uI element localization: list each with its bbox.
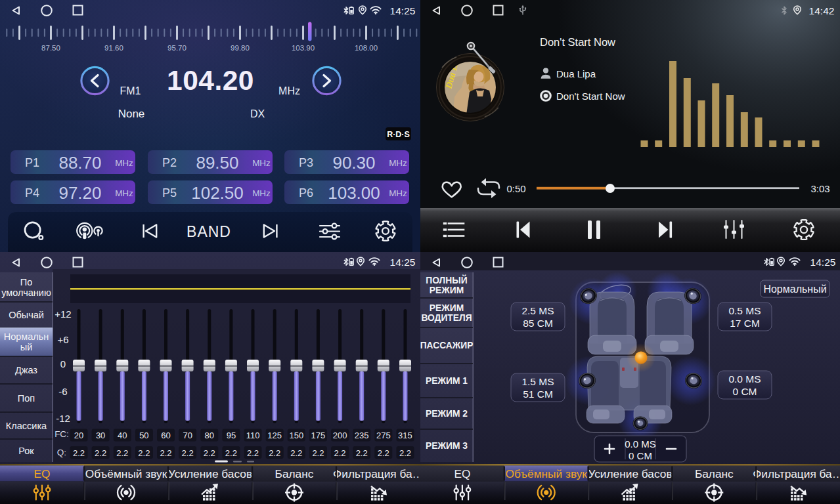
svg-text:0.0 MS: 0.0 MS — [728, 373, 761, 385]
svg-text:MHz: MHz — [115, 188, 133, 198]
svg-text:103.90: 103.90 — [292, 44, 315, 52]
svg-text:0: 0 — [60, 358, 66, 369]
svg-text:РЕЖИМ: РЕЖИМ — [430, 303, 464, 313]
svg-text:MHz: MHz — [389, 158, 407, 168]
svg-text:0.0 MS: 0.0 MS — [625, 438, 656, 450]
svg-text:175: 175 — [311, 430, 326, 440]
svg-text:3:03: 3:03 — [810, 183, 829, 194]
svg-text:14:25: 14:25 — [810, 257, 836, 268]
svg-text:2.2: 2.2 — [269, 448, 280, 458]
svg-text:P3: P3 — [299, 156, 313, 169]
svg-text:РЕЖИМ 1: РЕЖИМ 1 — [426, 376, 468, 386]
svg-text:0 CM: 0 CM — [629, 450, 652, 461]
svg-text:РЕЖИМ 3: РЕЖИМ 3 — [426, 441, 468, 451]
svg-text:P4: P4 — [25, 186, 39, 200]
svg-text:0:50: 0:50 — [506, 183, 525, 194]
svg-text:FM1: FM1 — [120, 85, 141, 96]
svg-text:MHz: MHz — [389, 188, 407, 198]
svg-text:ый: ый — [20, 342, 33, 352]
svg-text:P5: P5 — [162, 186, 177, 200]
svg-text:Баланс: Баланс — [275, 467, 314, 480]
svg-text:Нормальный: Нормальный — [763, 284, 826, 295]
svg-text:70: 70 — [183, 430, 192, 440]
svg-text:95.70: 95.70 — [167, 44, 187, 52]
svg-text:Dua Lipa: Dua Lipa — [556, 68, 596, 79]
svg-text:103.00: 103.00 — [328, 183, 380, 203]
svg-text:MHz: MHz — [252, 158, 271, 168]
svg-text:Фильтрация ба…: Фильтрация ба… — [333, 467, 420, 480]
svg-text:80: 80 — [205, 430, 214, 440]
svg-text:2.2: 2.2 — [334, 448, 346, 458]
svg-text:EQ: EQ — [34, 467, 51, 480]
svg-text:104.20: 104.20 — [167, 65, 254, 96]
svg-text:51 CM: 51 CM — [523, 388, 553, 400]
svg-text:Q:: Q: — [57, 448, 66, 457]
svg-text:2.2: 2.2 — [356, 448, 368, 458]
svg-text:-12: -12 — [56, 413, 70, 424]
svg-text:MHz: MHz — [115, 158, 133, 168]
svg-text:умолчанию: умолчанию — [1, 287, 51, 298]
svg-text:102.50: 102.50 — [191, 183, 244, 203]
svg-text:2.2: 2.2 — [399, 448, 411, 458]
svg-text:Поп: Поп — [18, 393, 35, 404]
svg-text:88.70: 88.70 — [58, 153, 101, 173]
svg-text:MHz: MHz — [252, 188, 271, 198]
svg-text:97.20: 97.20 — [58, 183, 101, 203]
svg-text:P1: P1 — [25, 156, 39, 169]
svg-text:150: 150 — [289, 430, 303, 440]
svg-text:85 CM: 85 CM — [523, 318, 553, 329]
svg-text:2.5 MS: 2.5 MS — [521, 305, 554, 316]
svg-text:MHz: MHz — [278, 85, 300, 96]
svg-text:EQ: EQ — [454, 467, 470, 480]
svg-text:Классика: Классика — [6, 421, 47, 431]
svg-text:Баланс: Баланс — [695, 467, 734, 480]
svg-text:50: 50 — [139, 430, 148, 440]
svg-text:P2: P2 — [162, 156, 177, 169]
svg-text:None: None — [118, 108, 145, 120]
svg-text:87.50: 87.50 — [41, 44, 60, 52]
svg-text:ПОЛНЫЙ: ПОЛНЫЙ — [426, 274, 467, 285]
svg-text:Усиление басов: Усиление басов — [588, 467, 672, 480]
svg-text:200: 200 — [333, 430, 347, 440]
svg-text:95: 95 — [227, 430, 236, 440]
svg-text:30: 30 — [96, 430, 105, 440]
svg-text:14:42: 14:42 — [809, 5, 835, 16]
svg-text:Don't Start Now: Don't Start Now — [556, 91, 625, 102]
svg-text:+6: +6 — [57, 334, 68, 345]
svg-text:108.00: 108.00 — [355, 44, 378, 52]
svg-text:60: 60 — [161, 430, 170, 440]
svg-text:R·D·S: R·D·S — [387, 130, 410, 139]
svg-text:2.2: 2.2 — [225, 448, 237, 458]
svg-text:2.2: 2.2 — [247, 448, 259, 458]
svg-text:17 CM: 17 CM — [730, 318, 760, 329]
svg-text:-6: -6 — [58, 386, 67, 397]
svg-text:Усиление басов: Усиление басов — [168, 467, 252, 480]
svg-text:P6: P6 — [299, 186, 313, 200]
svg-text:2.2: 2.2 — [290, 448, 302, 458]
svg-text:2.2: 2.2 — [182, 448, 194, 458]
svg-text:2.2: 2.2 — [138, 448, 150, 458]
svg-text:235: 235 — [355, 430, 369, 440]
svg-text:90.30: 90.30 — [332, 153, 375, 173]
svg-text:2.2: 2.2 — [160, 448, 171, 458]
svg-text:2.2: 2.2 — [95, 448, 106, 458]
svg-text:DX: DX — [250, 108, 265, 119]
svg-text:125: 125 — [267, 430, 282, 440]
svg-text:Объёмный звук: Объёмный звук — [505, 467, 587, 480]
svg-text:FC:: FC: — [55, 429, 69, 439]
svg-text:91.60: 91.60 — [104, 44, 123, 52]
svg-text:По: По — [20, 277, 33, 287]
svg-text:2.2: 2.2 — [204, 448, 215, 458]
svg-text:275: 275 — [376, 430, 391, 440]
svg-text:ПАССАЖИР: ПАССАЖИР — [420, 341, 473, 350]
svg-text:Нормальн: Нормальн — [4, 331, 49, 342]
svg-text:0 CM: 0 CM — [732, 386, 757, 397]
svg-text:99.80: 99.80 — [231, 44, 250, 52]
svg-text:1.5 MS: 1.5 MS — [521, 376, 554, 387]
svg-text:14:25: 14:25 — [390, 5, 416, 16]
svg-text:Рок: Рок — [18, 446, 34, 456]
svg-text:ВОДИТЕЛЯ: ВОДИТЕЛЯ — [421, 313, 472, 323]
svg-text:2.2: 2.2 — [73, 448, 85, 458]
svg-text:Don't Start Now: Don't Start Now — [540, 36, 615, 48]
svg-text:Обычай: Обычай — [9, 310, 44, 320]
